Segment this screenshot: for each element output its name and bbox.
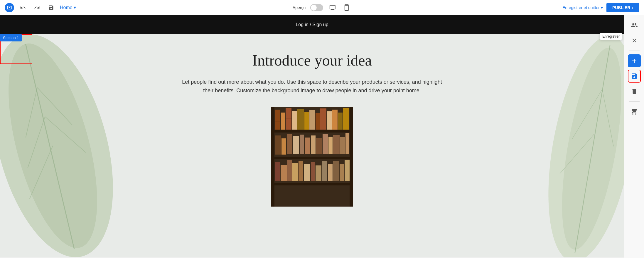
svg-rect-46 bbox=[275, 162, 280, 181]
publish-button[interactable]: PUBLIER › bbox=[606, 3, 639, 12]
svg-rect-25 bbox=[304, 112, 309, 130]
enregistrer-label: Enregistrer bbox=[602, 34, 620, 38]
undo-button[interactable] bbox=[18, 2, 28, 13]
left-leaf-decoration bbox=[0, 34, 129, 257]
delete-button[interactable] bbox=[628, 85, 641, 98]
toolbar-center: Aperçu bbox=[293, 3, 351, 12]
sidebar-divider-2 bbox=[629, 101, 640, 102]
svg-rect-50 bbox=[299, 161, 303, 181]
home-button[interactable]: Home ▾ bbox=[60, 5, 76, 10]
svg-rect-31 bbox=[338, 113, 343, 130]
svg-rect-40 bbox=[316, 138, 322, 154]
svg-rect-24 bbox=[297, 109, 304, 130]
svg-rect-54 bbox=[322, 161, 327, 181]
site-nav: Log in / Sign up bbox=[0, 15, 624, 34]
toolbar-left: Home ▾ bbox=[5, 2, 559, 13]
enregistrer-tooltip: Enregistrer bbox=[600, 33, 622, 40]
svg-rect-55 bbox=[328, 164, 333, 181]
close-button[interactable] bbox=[628, 34, 641, 47]
svg-rect-27 bbox=[316, 113, 320, 130]
hero-section: Introduce your idea Let people find out … bbox=[0, 34, 624, 257]
svg-rect-38 bbox=[305, 138, 310, 154]
save-quit-chevron: ▾ bbox=[601, 5, 603, 10]
svg-rect-37 bbox=[300, 135, 304, 154]
nav-login-label: Log in / Sign up bbox=[296, 22, 328, 27]
svg-rect-21 bbox=[281, 113, 285, 130]
svg-rect-32 bbox=[343, 108, 349, 130]
svg-rect-57 bbox=[340, 164, 344, 181]
save-button[interactable] bbox=[46, 2, 56, 13]
svg-rect-34 bbox=[281, 138, 286, 155]
svg-rect-23 bbox=[292, 111, 297, 130]
svg-rect-56 bbox=[333, 161, 339, 181]
add-button[interactable] bbox=[628, 54, 641, 67]
svg-rect-18 bbox=[271, 107, 274, 207]
redo-button[interactable] bbox=[32, 2, 42, 13]
svg-rect-48 bbox=[287, 160, 292, 181]
sidebar-divider bbox=[629, 51, 640, 51]
desktop-icon[interactable] bbox=[328, 3, 337, 12]
svg-rect-33 bbox=[275, 135, 281, 155]
cart-button[interactable] bbox=[628, 105, 641, 118]
home-label: Home bbox=[60, 5, 73, 10]
svg-rect-35 bbox=[287, 134, 292, 154]
publish-label: PUBLIER bbox=[612, 5, 630, 10]
svg-rect-30 bbox=[332, 110, 338, 130]
toolbar-right: Enregistrer et quitter ▾ PUBLIER › bbox=[562, 3, 639, 12]
home-chevron: ▾ bbox=[74, 5, 76, 10]
toolbar: Home ▾ Aperçu Enregistrer et quitter ▾ P… bbox=[0, 0, 644, 15]
svg-rect-36 bbox=[293, 136, 299, 154]
svg-rect-15 bbox=[271, 130, 353, 133]
svg-rect-45 bbox=[345, 133, 349, 154]
svg-rect-47 bbox=[281, 165, 287, 181]
svg-rect-16 bbox=[271, 157, 353, 159]
save-quit-label: Enregistrer et quitter bbox=[562, 5, 600, 10]
svg-rect-44 bbox=[340, 137, 345, 154]
hero-image bbox=[271, 107, 353, 207]
svg-rect-43 bbox=[333, 135, 340, 154]
svg-rect-52 bbox=[311, 162, 315, 181]
svg-rect-17 bbox=[271, 183, 353, 185]
svg-rect-26 bbox=[309, 110, 315, 130]
svg-rect-53 bbox=[316, 165, 321, 181]
hero-content: Introduce your idea Let people find out … bbox=[180, 52, 444, 207]
svg-rect-28 bbox=[320, 108, 326, 130]
canvas: Log in / Sign up Section 1 bbox=[0, 15, 624, 258]
svg-rect-51 bbox=[304, 164, 310, 181]
section-label: Section 1 bbox=[0, 34, 22, 41]
people-button[interactable] bbox=[628, 19, 641, 32]
right-sidebar: Enregistrer bbox=[624, 15, 644, 258]
svg-rect-39 bbox=[311, 135, 316, 154]
section-badge[interactable]: Section 1 bbox=[0, 34, 22, 41]
svg-rect-19 bbox=[350, 107, 353, 207]
svg-rect-58 bbox=[345, 160, 350, 181]
logo-icon bbox=[5, 3, 14, 12]
svg-rect-22 bbox=[286, 108, 291, 130]
svg-rect-41 bbox=[323, 134, 328, 154]
publish-chevron: › bbox=[632, 5, 633, 10]
save-quit-button[interactable]: Enregistrer et quitter ▾ bbox=[562, 5, 603, 10]
preview-toggle[interactable] bbox=[310, 4, 323, 11]
save-section-button[interactable] bbox=[628, 70, 641, 83]
main-area: Log in / Sign up Section 1 bbox=[0, 15, 644, 258]
bookshelf-svg bbox=[271, 107, 353, 207]
svg-rect-49 bbox=[292, 163, 298, 181]
right-leaf-decoration bbox=[545, 34, 624, 257]
apercu-label: Aperçu bbox=[293, 5, 306, 10]
svg-rect-42 bbox=[328, 137, 333, 154]
mobile-icon[interactable] bbox=[342, 3, 351, 12]
svg-rect-29 bbox=[327, 111, 332, 130]
svg-rect-20 bbox=[275, 110, 280, 130]
hero-title: Introduce your idea bbox=[180, 52, 444, 69]
hero-description: Let people find out more about what you … bbox=[180, 78, 444, 95]
